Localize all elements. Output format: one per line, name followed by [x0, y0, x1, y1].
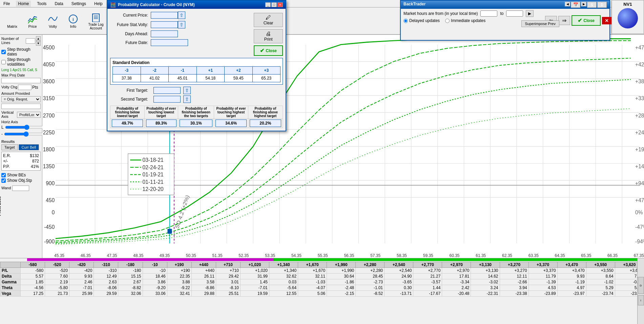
col-h0: -580	[21, 262, 45, 268]
superimpose-button[interactable]: Superimpose Prev	[521, 20, 560, 27]
menu-file[interactable]: File	[1, 1, 12, 7]
dialog-close-x[interactable]: ✕	[277, 2, 283, 7]
backtrader-nav-left[interactable]: ◀	[565, 2, 570, 6]
market-from-input[interactable]: 22:30	[480, 10, 497, 17]
current-price-input[interactable]: 49.38	[151, 12, 178, 19]
current-price-arrow[interactable]: ⇧	[178, 12, 185, 19]
future-date-input[interactable]: Jan 19, 2021	[151, 39, 188, 46]
backtrader-calendar-icon[interactable]: 📅	[571, 2, 580, 8]
svg-text:1800: 1800	[43, 146, 55, 152]
menu-tools[interactable]: Tools	[35, 1, 48, 7]
top-nav-fwd[interactable]: ⇒	[558, 16, 570, 25]
days-ahead-input[interactable]: 30	[151, 30, 178, 37]
sd-val-p2: 59.45	[225, 74, 253, 82]
bottom-d-btn[interactable]: D	[638, 277, 644, 294]
svg-text:3150: 3150	[43, 95, 55, 102]
immediate-label[interactable]: Immediate updates	[445, 18, 485, 23]
show-bes-checkbox[interactable]	[1, 173, 6, 177]
first-target-input[interactable]: 53.35	[153, 87, 181, 94]
print-button[interactable]: 🖨 Print	[254, 29, 283, 43]
amount-input[interactable]: $958	[1, 104, 41, 109]
bottom-i-btn[interactable]: I	[638, 295, 644, 305]
col-h9: +1,020	[240, 262, 269, 268]
backtrader-nav-right[interactable]: ▶	[581, 2, 586, 6]
menu-settings[interactable]: Settings	[69, 1, 88, 7]
probability-calculator-dialog: 🧮 Probability Calculator - Crude Oil (NY…	[107, 0, 286, 131]
number-of-lines-input[interactable]: 5	[26, 38, 35, 44]
show-bes-row: Show BEs	[1, 173, 41, 177]
delta-label: Delta	[0, 274, 21, 279]
second-target-arrow[interactable]: ⇧	[183, 95, 191, 103]
sd-col-m2: -2	[141, 67, 169, 74]
svg-text:+94%: +94%	[635, 180, 644, 186]
dialog-restore[interactable]: □	[271, 2, 277, 7]
col-h6: +190	[167, 262, 191, 268]
future-stat-volty-input[interactable]: 32.4%	[151, 21, 178, 28]
svg-text:+380%: +380%	[635, 78, 644, 85]
max-proj-date-input[interactable]: Mar 18, 2021	[1, 78, 41, 83]
svg-text:+280%: +280%	[635, 112, 644, 118]
dialog-minimize[interactable]: _	[265, 2, 271, 7]
backtrader-arrow-right[interactable]: ▶	[526, 10, 534, 17]
color-bars	[27, 258, 644, 261]
market-to-input[interactable]: 02:30	[506, 10, 523, 17]
results-tabs: Target Curr Bell	[1, 144, 41, 150]
checkmark-icon: ✔	[578, 17, 582, 24]
svg-text:+330%: +330%	[635, 95, 644, 102]
svg-text:0: 0	[52, 209, 55, 215]
prob-header-2: Probability of finishing between the two…	[178, 106, 214, 119]
delayed-label[interactable]: Delayed updates	[403, 18, 440, 23]
minus-label: -	[1, 132, 3, 136]
theta-row: Theta -4.56-5.80-7.01-8.06-8.82-9.20-9.2…	[0, 285, 644, 291]
amount-select[interactable]: = Orig. Reqmt.	[1, 96, 41, 102]
col-h8: +710	[216, 262, 240, 268]
future-stat-arrow[interactable]: ⇧	[178, 21, 185, 28]
lines-down-btn[interactable]: ▼	[36, 41, 41, 46]
horiz-range-slider[interactable]	[4, 131, 48, 137]
step-vols-checkbox[interactable]	[1, 60, 6, 64]
print-label: Print	[264, 37, 273, 42]
curr-bell-tab[interactable]: Curr Bell	[19, 144, 39, 150]
vertical-axis-select[interactable]: Profit/Loss	[17, 112, 41, 118]
svg-text:03-18-21: 03-18-21	[143, 157, 164, 163]
theta-label: Theta	[0, 285, 21, 291]
col-h18: +3,270	[500, 262, 528, 268]
tradelog-button[interactable]: Trade Log Account	[84, 9, 108, 33]
col-h15: +2,770	[413, 262, 442, 268]
backtrader-title-text: BackTrader	[403, 2, 425, 8]
svg-text:+190%: +190%	[635, 146, 644, 152]
dialog-close-button[interactable]: ✔ Close	[254, 45, 283, 56]
second-target-input[interactable]: 49.35	[153, 96, 181, 103]
future-stat-volty-label: Future Stat.Volty:	[110, 22, 151, 27]
menu-help[interactable]: Help	[92, 1, 105, 7]
current-price-row: Current Price: 49.38 ⇧	[110, 12, 248, 19]
menu-data[interactable]: Data	[53, 1, 65, 7]
prob-val-0: 49.7%	[110, 119, 145, 128]
top-close-button[interactable]: ✔ Close	[572, 15, 601, 26]
clear-button[interactable]: 🖊 Clear	[254, 13, 283, 27]
info-button[interactable]: i Info	[64, 9, 83, 33]
backtrader-s-btn[interactable]: S	[587, 2, 597, 8]
matrix-button[interactable]: Matrix	[3, 9, 22, 33]
volty-chg-input[interactable]: 0.0%	[18, 85, 32, 90]
target-tab[interactable]: Target	[1, 144, 18, 150]
backtrader-title: BackTrader ◀ 📅 ▶ S D	[401, 1, 609, 9]
svg-text:4500: 4500	[43, 44, 55, 50]
first-target-arrow[interactable]: ⇧	[183, 87, 191, 94]
sd-val-p3: 65.23	[252, 74, 281, 82]
volty-label: Volty	[49, 24, 57, 28]
show-obj-stp-checkbox[interactable]	[1, 178, 6, 183]
vega-label: Vega	[0, 291, 21, 297]
volty-button[interactable]: Volty	[43, 9, 62, 33]
svg-text:02-24-21: 02-24-21	[143, 164, 164, 170]
lines-up-btn[interactable]: ▲	[36, 36, 41, 41]
step-dates-checkbox[interactable]	[1, 50, 6, 54]
backtrader-d-btn[interactable]: D	[597, 2, 607, 8]
svg-text:4050: 4050	[43, 61, 55, 67]
prob-val-3: 34.6%	[214, 119, 248, 128]
results-label: Results	[1, 139, 41, 144]
price-button[interactable]: Price	[23, 9, 42, 33]
wand-input[interactable]: 49.34	[12, 186, 29, 191]
top-x-button[interactable]: ✕	[602, 17, 611, 24]
menu-home[interactable]: Home	[16, 1, 31, 7]
